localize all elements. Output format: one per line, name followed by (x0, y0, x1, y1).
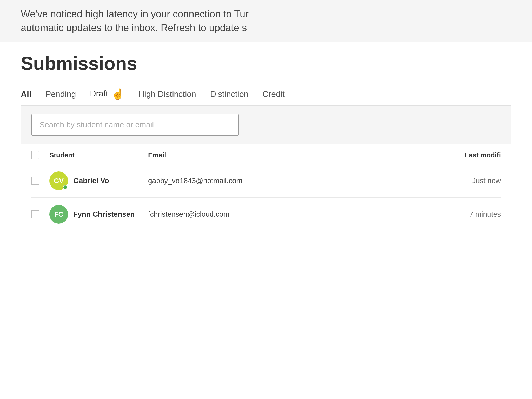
search-input-wrapper[interactable] (31, 114, 239, 136)
header-last-modified: Last modifi (428, 151, 501, 159)
select-all-checkbox[interactable] (31, 151, 39, 159)
modified-gabriel: Just now (428, 177, 501, 185)
tabs-container: All Pending Draft ☝ High Distinction Dis… (21, 83, 511, 106)
tab-credit[interactable]: Credit (262, 85, 292, 104)
main-content: Submissions All Pending Draft ☝ High Dis… (0, 42, 532, 231)
modified-fynn: 7 minutes (428, 210, 501, 218)
student-cell-fynn: FC Fynn Christensen (49, 205, 148, 224)
tab-high-distinction[interactable]: High Distinction (138, 85, 204, 104)
table-container: Student Email Last modifi GV Gabriel Vo … (21, 144, 511, 231)
row-checkbox-col (31, 177, 49, 185)
avatar-fynn: FC (49, 205, 68, 224)
row-checkbox-gabriel[interactable] (31, 177, 39, 185)
header-student: Student (49, 151, 148, 159)
search-section (21, 106, 511, 144)
header-email: Email (148, 151, 428, 159)
notice-banner: We've noticed high latency in your conne… (0, 0, 532, 42)
tab-pending[interactable]: Pending (45, 85, 84, 104)
cursor-hand-icon: ☝ (111, 88, 124, 100)
search-input[interactable] (39, 120, 231, 129)
student-name-fynn: Fynn Christensen (73, 210, 135, 218)
header-checkbox-col (31, 151, 49, 159)
tab-draft[interactable]: Draft ☝ (90, 83, 132, 105)
email-fynn: fchristensen@icloud.com (148, 210, 428, 218)
notice-line2: automatic updates to the inbox. Refresh … (21, 21, 511, 35)
online-indicator-gabriel (63, 185, 68, 190)
table-header: Student Email Last modifi (31, 144, 501, 164)
email-gabriel: gabby_vo1843@hotmail.com (148, 177, 428, 185)
table-row: FC Fynn Christensen fchristensen@icloud.… (31, 198, 501, 231)
avatar-gabriel: GV (49, 171, 68, 190)
table-row: GV Gabriel Vo gabby_vo1843@hotmail.com J… (31, 164, 501, 198)
notice-line1: We've noticed high latency in your conne… (21, 7, 511, 21)
tab-distinction[interactable]: Distinction (210, 85, 256, 104)
row-checkbox-fynn[interactable] (31, 210, 39, 218)
tab-all[interactable]: All (21, 85, 39, 104)
student-name-gabriel: Gabriel Vo (73, 177, 109, 185)
page-title: Submissions (21, 53, 511, 74)
student-cell-gabriel: GV Gabriel Vo (49, 171, 148, 190)
row-checkbox-col (31, 210, 49, 218)
